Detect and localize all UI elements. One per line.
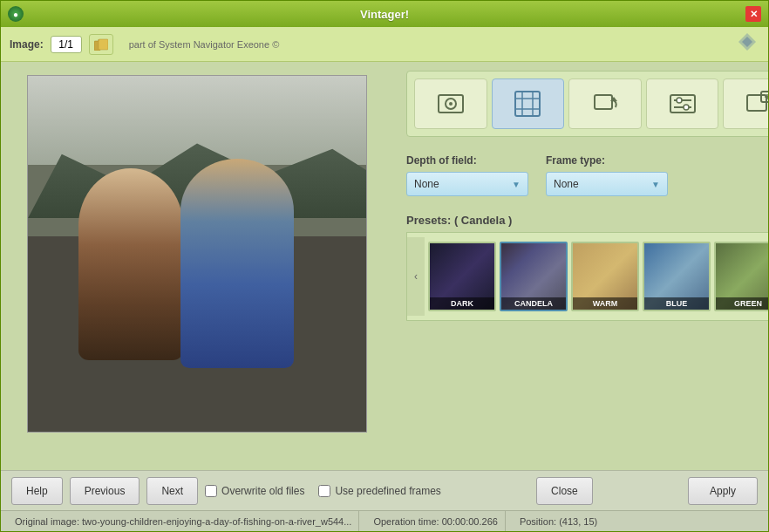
- photo-figure-left: [78, 168, 183, 360]
- preset-thumb-blue[interactable]: BLUE: [643, 242, 711, 311]
- preset-label-blue: BLUE: [644, 297, 709, 310]
- depth-of-field-label: Depth of field:: [406, 154, 528, 167]
- svg-rect-11: [595, 95, 612, 109]
- title-bar-controls: ✕: [745, 6, 761, 22]
- presets-thumbnails: DARK CANDELA WARM BLUE GREEN: [425, 242, 768, 311]
- left-panel: [1, 62, 393, 470]
- main-window: ● Vintager! ✕ Image: 1/1 part of System …: [0, 0, 769, 532]
- tab-filter[interactable]: [414, 78, 487, 129]
- predefined-frames-label-text: Use predefined frames: [335, 485, 440, 497]
- presets-label: Presets: ( Candela ): [406, 214, 768, 227]
- open-folder-button[interactable]: [89, 34, 113, 55]
- title-bar: ● Vintager! ✕: [1, 1, 768, 27]
- depth-of-field-group: Depth of field: None ▼: [406, 154, 528, 196]
- tab-rotate[interactable]: [568, 78, 642, 129]
- overwrite-checkbox[interactable]: [205, 485, 217, 497]
- preset-label-green: GREEN: [716, 297, 768, 310]
- image-counter: 1/1: [51, 36, 82, 53]
- system-navigator-text: part of System Navigator Exeone ©: [129, 39, 280, 50]
- app-logo: [735, 30, 759, 58]
- status-original-image-text: Original image: two-young-children-enjoy…: [15, 516, 351, 527]
- status-position: Position: (413, 15): [513, 511, 604, 531]
- svg-point-16: [677, 98, 682, 103]
- image-preview: [27, 75, 367, 433]
- help-button[interactable]: Help: [11, 477, 63, 505]
- main-content: Depth of field: None ▼ Frame type: None …: [1, 62, 768, 470]
- controls-section: Depth of field: None ▼ Frame type: None …: [406, 146, 768, 205]
- photo-figure-right: [180, 159, 294, 368]
- tab-add[interactable]: [723, 78, 768, 129]
- frame-type-label: Frame type:: [546, 154, 668, 167]
- overwrite-label-text: Overwrite old files: [221, 485, 304, 497]
- status-original-image: Original image: two-young-children-enjoy…: [8, 511, 359, 531]
- next-button[interactable]: Next: [146, 477, 198, 505]
- predefined-frames-checkbox[interactable]: [318, 485, 330, 497]
- right-panel: Depth of field: None ▼ Frame type: None …: [393, 62, 768, 470]
- frame-type-value: None: [554, 178, 579, 190]
- image-label: Image:: [10, 38, 44, 51]
- close-button[interactable]: Close: [536, 477, 593, 505]
- presets-prev-arrow[interactable]: ‹: [407, 237, 425, 316]
- frame-type-arrow: ▼: [651, 180, 660, 189]
- frame-type-group: Frame type: None ▼: [546, 154, 668, 196]
- svg-rect-1: [99, 39, 108, 50]
- apply-button[interactable]: Apply: [688, 477, 758, 505]
- predefined-frames-checkbox-label[interactable]: Use predefined frames: [318, 485, 440, 497]
- tab-adjust[interactable]: [646, 78, 719, 129]
- svg-rect-13: [670, 95, 695, 113]
- close-window-button[interactable]: ✕: [745, 6, 761, 22]
- status-operation-time: Operation time: 00:00:00.266: [366, 511, 505, 531]
- svg-point-5: [449, 102, 453, 106]
- preset-label-warm: WARM: [573, 297, 637, 310]
- frame-type-select[interactable]: None ▼: [546, 172, 668, 196]
- previous-button[interactable]: Previous: [70, 477, 140, 505]
- svg-point-17: [684, 105, 689, 110]
- preset-label-candela: CANDELA: [501, 297, 566, 310]
- title-bar-left: ●: [8, 6, 24, 22]
- status-operation-time-text: Operation time: 00:00:00.266: [373, 516, 497, 527]
- window-title: Vintager!: [360, 8, 409, 21]
- depth-of-field-value: None: [414, 178, 439, 190]
- depth-of-field-arrow: ▼: [512, 180, 521, 189]
- presets-section: Presets: ( Candela ) ‹ DARK CANDELA WARM: [406, 214, 768, 321]
- effect-tabs: [406, 71, 768, 137]
- toolbar: Image: 1/1 part of System Navigator Exeo…: [1, 27, 768, 62]
- bottom-bar: Help Previous Next Overwrite old files U…: [1, 470, 768, 510]
- svg-rect-6: [515, 92, 540, 116]
- preset-label-dark: DARK: [430, 297, 494, 310]
- preset-thumb-candela[interactable]: CANDELA: [500, 242, 568, 311]
- photo-simulation: [28, 76, 366, 432]
- overwrite-checkbox-label[interactable]: Overwrite old files: [205, 485, 304, 497]
- status-bar: Original image: two-young-children-enjoy…: [1, 510, 768, 531]
- tab-frame[interactable]: [492, 78, 565, 129]
- app-icon: ●: [8, 6, 24, 22]
- preset-thumb-dark[interactable]: DARK: [428, 242, 496, 311]
- status-position-text: Position: (413, 15): [520, 516, 597, 527]
- depth-of-field-select[interactable]: None ▼: [406, 172, 528, 196]
- preset-thumb-warm[interactable]: WARM: [571, 242, 639, 311]
- preset-thumb-green[interactable]: GREEN: [714, 242, 768, 311]
- presets-strip: ‹ DARK CANDELA WARM BLUE: [406, 232, 768, 321]
